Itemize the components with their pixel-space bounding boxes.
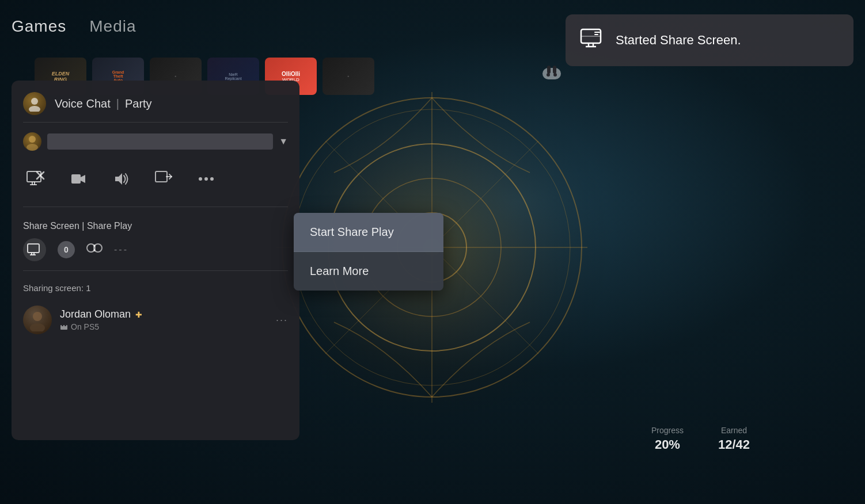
earned-label: Earned [718,426,750,435]
member-platform-status: On PS5 [71,322,99,331]
panel-header: Voice Chat | Party [23,92,288,123]
dropdown-arrow-icon: ▼ [279,136,288,147]
panel-title-group: Voice Chat | Party [55,97,288,110]
more-options-button[interactable] [194,166,219,192]
svg-point-36 [199,177,202,181]
svg-rect-13 [553,66,556,74]
share-screen-icon[interactable] [23,238,46,261]
top-nav: Games Media [12,17,136,36]
svg-rect-34 [155,171,167,182]
svg-point-38 [210,177,214,181]
progress-stats: Progress 20% Earned 12/42 [651,426,750,452]
exit-button[interactable] [151,166,176,192]
svg-point-24 [29,106,40,112]
svg-point-15 [553,73,557,77]
camera-button[interactable] [66,166,91,192]
svg-point-37 [204,177,208,181]
progress-label: Progress [651,426,684,435]
svg-rect-52 [65,324,66,326]
audio-button[interactable] [108,166,134,192]
earned-stat: Earned 12/42 [718,426,750,452]
svg-point-45 [93,245,96,247]
title-divider: | [116,97,119,110]
divider-2 [23,270,288,271]
stop-share-button[interactable] [23,166,48,192]
svg-point-27 [26,144,38,151]
party-label: Party [125,97,152,110]
panel-avatar [23,92,46,115]
svg-rect-39 [28,244,39,253]
divider-1 [23,207,288,207]
member-name: Jordan Oloman [60,308,131,320]
earned-value: 12/42 [718,437,750,452]
share-play-icon[interactable] [86,242,103,258]
svg-point-46 [93,249,96,251]
share-section-title: Share Screen | Share Play [23,221,288,238]
svg-point-48 [33,312,42,321]
svg-rect-51 [62,324,63,326]
share-count-badge: 0 [58,241,75,258]
game-thumb-unknown2[interactable]: ▪ [323,58,374,95]
member-more-button[interactable]: ··· [276,314,288,326]
start-share-play-item[interactable]: Start Share Play [294,213,443,252]
side-panel: Voice Chat | Party ▼ [12,81,299,440]
learn-more-item[interactable]: Learn More [294,252,443,291]
svg-rect-50 [60,325,67,330]
share-section: Share Screen | Share Play 0 --- [23,216,288,261]
toast-notification: Started Share Screen. [566,14,853,66]
controller-icon-area [538,63,566,89]
share-play-status: --- [114,245,128,255]
ps-plus-icon: ✚ [135,310,142,319]
progress-stat: Progress 20% [651,426,684,452]
toast-text: Started Share Screen. [616,33,741,48]
user-dropdown[interactable]: ▼ [23,129,288,154]
member-item: Jordan Oloman ✚ On PS5 ··· [23,300,288,340]
member-status: On PS5 [60,322,268,331]
svg-rect-12 [547,66,551,74]
share-play-dropdown: Start Share Play Learn More [294,213,443,291]
svg-rect-11 [542,68,561,79]
member-info: Jordan Oloman ✚ On PS5 [60,308,268,331]
user-avatar-small [23,132,41,151]
voice-chat-label: Voice Chat [55,97,111,110]
svg-point-26 [29,136,36,143]
member-avatar [23,306,52,334]
toast-icon [580,28,604,53]
share-controls: 0 --- [23,238,288,261]
nav-media[interactable]: Media [89,17,136,36]
svg-point-14 [547,73,550,77]
user-name-input[interactable] [47,133,273,150]
svg-point-23 [31,98,38,105]
action-icons-row [23,161,288,197]
progress-value: 20% [651,437,684,452]
nav-games[interactable]: Games [12,17,66,36]
sharing-status: Sharing screen: 1 [23,280,288,293]
member-name-row: Jordan Oloman ✚ [60,308,268,320]
